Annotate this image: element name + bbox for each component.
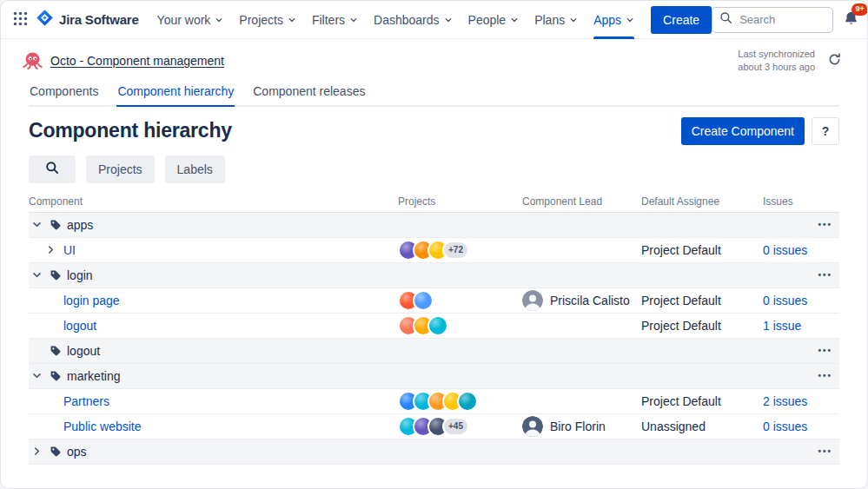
component-cell: ops — [29, 444, 398, 459]
group-row-ops: ops••• — [29, 439, 839, 465]
projects-filter-button[interactable]: Projects — [86, 155, 155, 183]
sync-line1: Last synchronized — [738, 48, 815, 61]
column-header-lead: Component Lead — [522, 195, 641, 208]
tag-icon — [50, 345, 62, 357]
component-search-button[interactable] — [29, 155, 76, 183]
page-header: Component hierarchy Create Component ? — [1, 107, 867, 145]
nav-item-label: Dashboards — [374, 13, 440, 27]
chevron-down-icon — [444, 16, 453, 24]
component-cell: logout — [29, 318, 398, 334]
component-lead-name: Biro Florin — [550, 420, 606, 433]
create-button[interactable]: Create — [651, 6, 712, 34]
nav-item-filters[interactable]: Filters — [304, 1, 366, 39]
tag-icon — [50, 269, 62, 281]
issues-link[interactable]: 1 issue — [763, 319, 801, 333]
avatar-overflow-badge: +45 — [442, 417, 469, 436]
row-actions-cell: ••• — [817, 343, 839, 359]
app-header: Octo - Component management Last synchro… — [1, 39, 867, 79]
sync-status: Last synchronized about 3 hours ago — [738, 48, 846, 74]
search-icon — [45, 161, 59, 177]
component-lead-name: Priscila Calisto — [550, 294, 630, 307]
collapse-chevron-icon[interactable] — [29, 217, 44, 233]
project-avatar-stack — [398, 391, 522, 412]
global-search-box[interactable] — [712, 7, 833, 33]
expander-spacer — [43, 318, 58, 334]
labels-filter-button[interactable]: Labels — [165, 155, 225, 183]
issues-link[interactable]: 2 issues — [763, 394, 807, 408]
tab-component-releases[interactable]: Component releases — [252, 81, 366, 105]
more-actions-button[interactable]: ••• — [816, 368, 834, 384]
column-header-component: Component — [29, 195, 398, 208]
project-avatar-stack: +72 — [398, 240, 522, 261]
expand-chevron-icon[interactable] — [43, 242, 58, 258]
create-component-button[interactable]: Create Component — [681, 117, 805, 145]
page-help-button[interactable]: ? — [812, 117, 839, 145]
column-header-issues: Issues — [763, 195, 817, 208]
lead-avatar-icon — [522, 416, 543, 437]
topnav-right-cluster: 9+ ? ⚙ — [712, 7, 868, 33]
global-search-input[interactable] — [738, 12, 825, 27]
nav-item-label: People — [468, 13, 507, 27]
issues-cell: 0 issues — [763, 243, 817, 257]
nav-item-your-work[interactable]: Your work — [149, 1, 232, 39]
issues-link[interactable]: 0 issues — [763, 243, 807, 257]
nav-item-people[interactable]: People — [461, 1, 527, 39]
chevron-down-icon — [569, 16, 578, 24]
nav-item-apps[interactable]: Apps — [586, 1, 642, 39]
issues-link[interactable]: 0 issues — [763, 420, 807, 433]
projects-cell — [398, 391, 522, 412]
expander-spacer — [43, 393, 58, 409]
app-switcher-icon — [13, 11, 28, 29]
component-table: Component Projects Component Lead Defaul… — [29, 192, 839, 465]
component-link[interactable]: Partners — [63, 394, 109, 408]
nav-item-dashboards[interactable]: Dashboards — [366, 1, 461, 39]
nav-item-label: Plans — [534, 13, 565, 27]
jira-home-link[interactable]: Jira Software — [32, 9, 146, 30]
expand-chevron-icon[interactable] — [29, 444, 44, 459]
lead-avatar-icon — [522, 290, 543, 311]
nav-item-projects[interactable]: Projects — [231, 1, 304, 39]
more-actions-button[interactable]: ••• — [816, 444, 834, 459]
group-label: marketing — [67, 369, 120, 383]
more-actions-button[interactable]: ••• — [816, 268, 834, 283]
tab-components[interactable]: Components — [29, 81, 99, 105]
sync-refresh-button[interactable] — [822, 49, 846, 73]
collapse-chevron-icon[interactable] — [29, 268, 44, 283]
issues-cell: 0 issues — [763, 294, 817, 307]
more-actions-button[interactable]: ••• — [816, 217, 834, 233]
chevron-down-icon — [215, 16, 223, 24]
projects-cell — [398, 315, 522, 336]
component-cell: Partners — [29, 393, 398, 409]
group-label: apps — [67, 218, 93, 232]
chevron-down-icon — [288, 16, 296, 24]
project-avatar-stack: +45 — [398, 416, 522, 437]
app-title-link[interactable]: Octo - Component management — [50, 54, 224, 68]
app-switcher-button[interactable] — [8, 8, 32, 32]
group-label: logout — [67, 344, 100, 358]
row-actions-cell: ••• — [817, 268, 839, 283]
component-link[interactable]: Public website — [63, 420, 142, 433]
project-avatar-icon — [427, 315, 448, 336]
chevron-down-icon — [510, 16, 519, 24]
component-lead-cell: Biro Florin — [522, 416, 641, 437]
component-link[interactable]: login page — [63, 294, 120, 307]
group-row-login: login••• — [29, 263, 839, 288]
tab-component-hierarchy[interactable]: Component hierarchy — [116, 81, 235, 105]
issues-link[interactable]: 0 issues — [763, 294, 807, 307]
notifications-button[interactable]: 9+ — [838, 7, 864, 33]
component-link[interactable]: UI — [63, 243, 76, 257]
default-assignee-cell: Project Default — [641, 319, 763, 333]
component-cell: login page — [29, 293, 398, 308]
project-avatar-icon — [413, 290, 434, 311]
filter-bar: Projects Labels — [1, 145, 867, 183]
more-actions-button[interactable]: ••• — [816, 343, 834, 359]
octo-app-icon — [22, 50, 43, 71]
group-row-logout: logout••• — [29, 339, 839, 364]
issues-cell: 0 issues — [763, 420, 817, 433]
column-header-assignee: Default Assignee — [641, 195, 763, 208]
nav-item-label: Apps — [593, 13, 621, 27]
collapse-chevron-icon[interactable] — [29, 368, 44, 384]
component-link[interactable]: logout — [63, 319, 96, 333]
chevron-down-icon — [626, 16, 634, 24]
nav-item-plans[interactable]: Plans — [527, 1, 586, 39]
